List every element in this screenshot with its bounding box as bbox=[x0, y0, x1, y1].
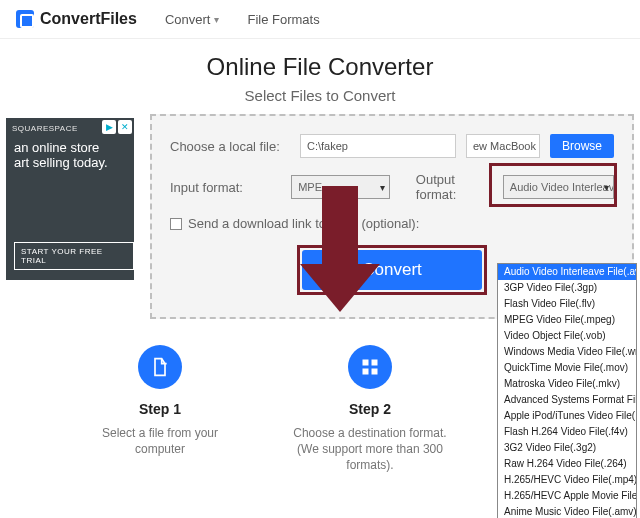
page-title: Online File Converter bbox=[0, 53, 640, 81]
browse-button[interactable]: Browse bbox=[550, 134, 614, 158]
dropdown-option[interactable]: Advanced Systems Format File(.asf) bbox=[498, 392, 636, 408]
send-link-label: Send a download link to my e (optional): bbox=[188, 216, 419, 231]
dropdown-option[interactable]: H.265/HEVC Apple Movie File(.mov) bbox=[498, 488, 636, 504]
output-format-select[interactable]: Audio Video Interleave File( bbox=[503, 175, 614, 199]
step-1: Step 1 Select a file from your computer bbox=[80, 345, 240, 473]
choose-file-label: Choose a local file: bbox=[170, 139, 290, 154]
step-2-desc: Choose a destination format. (We support… bbox=[290, 425, 450, 473]
dropdown-option[interactable]: Matroska Video File(.mkv) bbox=[498, 376, 636, 392]
svg-rect-2 bbox=[363, 369, 369, 375]
dropdown-option[interactable]: Raw H.264 Video File(.264) bbox=[498, 456, 636, 472]
adchoices-icon[interactable]: ▶ bbox=[102, 120, 116, 134]
send-link-checkbox[interactable] bbox=[170, 218, 182, 230]
brand-text: ConvertFiles bbox=[40, 10, 137, 28]
dropdown-option[interactable]: Anime Music Video File(.amv) bbox=[498, 504, 636, 518]
step-2: Step 2 Choose a destination format. (We … bbox=[290, 345, 450, 473]
dropdown-option[interactable]: Flash H.264 Video File(.f4v) bbox=[498, 424, 636, 440]
brand-logo[interactable]: ConvertFiles bbox=[16, 10, 137, 28]
top-nav: ConvertFiles Convert ▾ File Formats bbox=[0, 0, 640, 39]
nav-convert[interactable]: Convert ▾ bbox=[165, 12, 220, 27]
page-subtitle: Select Files to Convert bbox=[0, 87, 640, 104]
dropdown-option[interactable]: Audio Video Interleave File(.avi) bbox=[498, 264, 636, 280]
dropdown-option[interactable]: Flash Video File(.flv) bbox=[498, 296, 636, 312]
dropdown-option[interactable]: Windows Media Video File(.wmv) bbox=[498, 344, 636, 360]
convert-button[interactable]: Convert bbox=[302, 250, 482, 290]
output-format-dropdown[interactable]: Audio Video Interleave File(.avi)3GP Vid… bbox=[497, 263, 637, 518]
step-1-desc: Select a file from your computer bbox=[80, 425, 240, 457]
dropdown-option[interactable]: 3G2 Video File(.3g2) bbox=[498, 440, 636, 456]
svg-rect-0 bbox=[363, 360, 369, 366]
ad-close-icon[interactable]: ✕ bbox=[118, 120, 132, 134]
grid-icon bbox=[348, 345, 392, 389]
dropdown-option[interactable]: Apple iPod/iTunes Video File(.m4v) bbox=[498, 408, 636, 424]
step-1-title: Step 1 bbox=[80, 401, 240, 417]
output-format-label: Output format: bbox=[416, 172, 493, 202]
nav-file-formats[interactable]: File Formats bbox=[247, 12, 319, 27]
chevron-down-icon: ▾ bbox=[214, 14, 219, 25]
input-format-select[interactable]: MPE bbox=[291, 175, 390, 199]
dropdown-option[interactable]: 3GP Video File(.3gp) bbox=[498, 280, 636, 296]
ad-provider: SQUARESPACE bbox=[12, 124, 78, 133]
svg-rect-1 bbox=[372, 360, 378, 366]
file-path-input[interactable]: C:\fakep bbox=[300, 134, 456, 158]
ad-cta-button[interactable]: START YOUR FREE TRIAL bbox=[14, 242, 134, 270]
convert-highlight: Convert bbox=[297, 245, 487, 295]
ad-banner[interactable]: ▶ ✕ SQUARESPACE an online storeart selli… bbox=[6, 118, 134, 280]
dropdown-option[interactable]: Video Object File(.vob) bbox=[498, 328, 636, 344]
file-path-input-2[interactable]: ew MacBook bbox=[466, 134, 540, 158]
input-format-label: Input format: bbox=[170, 180, 281, 195]
dropdown-option[interactable]: QuickTime Movie File(.mov) bbox=[498, 360, 636, 376]
brand-icon bbox=[16, 10, 34, 28]
file-icon bbox=[138, 345, 182, 389]
step-2-title: Step 2 bbox=[290, 401, 450, 417]
hero: Online File Converter Select Files to Co… bbox=[0, 39, 640, 114]
ad-copy: an online storeart selling today. bbox=[14, 140, 108, 170]
dropdown-option[interactable]: H.265/HEVC Video File(.mp4) bbox=[498, 472, 636, 488]
svg-rect-3 bbox=[372, 369, 378, 375]
dropdown-option[interactable]: MPEG Video File(.mpeg) bbox=[498, 312, 636, 328]
